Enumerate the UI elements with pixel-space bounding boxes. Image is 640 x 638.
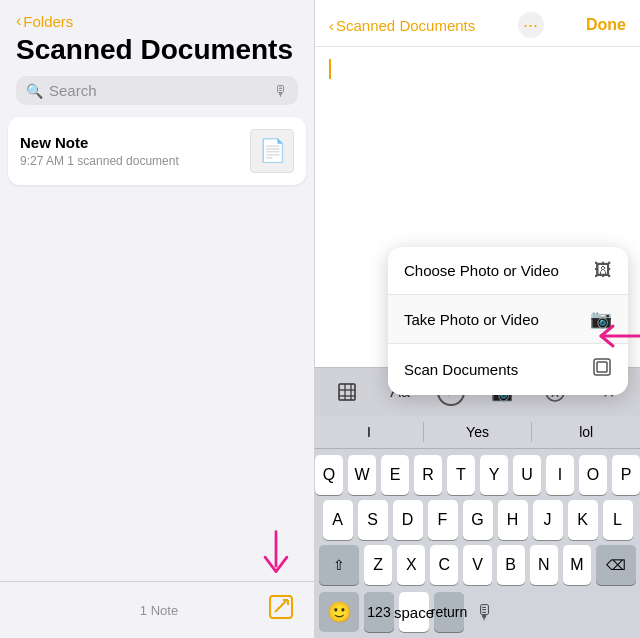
photo-icon: 🖼 xyxy=(594,260,612,281)
num-key[interactable]: 123 xyxy=(364,592,394,632)
suggestion-lol[interactable]: lol xyxy=(532,422,640,442)
bottom-row: 🙂 123 space return 🎙 xyxy=(315,592,640,638)
right-header: ‹ Scanned Documents ··· Done xyxy=(315,0,640,47)
return-key[interactable]: return xyxy=(434,592,464,632)
suggestions-row: I Yes lol xyxy=(315,416,640,449)
text-cursor xyxy=(329,59,331,79)
left-footer: 1 Note xyxy=(0,581,314,638)
popup-menu: Choose Photo or Video 🖼 Take Photo or Vi… xyxy=(388,247,628,395)
note-list: New Note 9:27 AM 1 scanned document 📄 xyxy=(0,117,314,185)
key-k[interactable]: K xyxy=(568,500,598,540)
pink-right-arrow xyxy=(593,322,640,354)
popup-item-take-photo[interactable]: Take Photo or Video 📷 xyxy=(388,295,628,344)
key-t[interactable]: T xyxy=(447,455,475,495)
key-r[interactable]: R xyxy=(414,455,442,495)
suggestion-i[interactable]: I xyxy=(315,422,424,442)
right-back-chevron-icon: ‹ xyxy=(329,17,334,34)
key-o[interactable]: O xyxy=(579,455,607,495)
key-x[interactable]: X xyxy=(397,545,425,585)
key-n[interactable]: N xyxy=(530,545,558,585)
left-panel: ‹ Folders Scanned Documents 🔍 Search 🎙 N… xyxy=(0,0,315,638)
back-chevron-icon: ‹ xyxy=(16,12,21,30)
done-button[interactable]: Done xyxy=(586,16,626,34)
note-count: 1 Note xyxy=(50,603,268,618)
key-e[interactable]: E xyxy=(381,455,409,495)
key-c[interactable]: C xyxy=(430,545,458,585)
svg-rect-6 xyxy=(339,384,355,400)
key-m[interactable]: M xyxy=(563,545,591,585)
popup-item-scan-docs[interactable]: Scan Documents xyxy=(388,344,628,395)
key-v[interactable]: V xyxy=(463,545,491,585)
right-panel: ‹ Scanned Documents ··· Done Choose Phot… xyxy=(315,0,640,638)
key-row-2: A S D F G H J K L xyxy=(319,500,636,540)
note-info: New Note 9:27 AM 1 scanned document xyxy=(20,134,179,168)
key-g[interactable]: G xyxy=(463,500,493,540)
key-z[interactable]: Z xyxy=(364,545,392,585)
key-row-1: Q W E R T Y U I O P xyxy=(319,455,636,495)
emoji-key[interactable]: 🙂 xyxy=(319,592,359,632)
pink-down-arrow xyxy=(256,528,296,578)
key-y[interactable]: Y xyxy=(480,455,508,495)
note-meta: 9:27 AM 1 scanned document xyxy=(20,154,179,168)
shift-key[interactable]: ⇧ xyxy=(319,545,359,585)
right-back-button[interactable]: ‹ Scanned Documents xyxy=(329,17,475,34)
key-i[interactable]: I xyxy=(546,455,574,495)
key-q[interactable]: Q xyxy=(315,455,343,495)
note-thumbnail: 📄 xyxy=(250,129,294,173)
note-item[interactable]: New Note 9:27 AM 1 scanned document 📄 xyxy=(8,117,306,185)
search-input[interactable]: Search xyxy=(49,82,267,99)
more-options-button[interactable]: ··· xyxy=(518,12,544,38)
search-icon: 🔍 xyxy=(26,83,43,99)
svg-rect-5 xyxy=(597,362,607,372)
key-w[interactable]: W xyxy=(348,455,376,495)
folders-back-button[interactable]: ‹ Folders xyxy=(16,12,298,30)
key-f[interactable]: F xyxy=(428,500,458,540)
suggestion-yes[interactable]: Yes xyxy=(424,422,533,442)
key-u[interactable]: U xyxy=(513,455,541,495)
note-title: New Note xyxy=(20,134,179,151)
delete-key[interactable]: ⌫ xyxy=(596,545,636,585)
key-a[interactable]: A xyxy=(323,500,353,540)
search-bar[interactable]: 🔍 Search 🎙 xyxy=(16,76,298,105)
table-button[interactable] xyxy=(331,376,363,408)
svg-line-1 xyxy=(275,601,286,612)
left-header: ‹ Folders Scanned Documents 🔍 Search 🎙 xyxy=(0,0,314,117)
mic-keyboard-icon[interactable]: 🎙 xyxy=(469,592,501,632)
scan-icon xyxy=(592,357,612,382)
key-p[interactable]: P xyxy=(612,455,640,495)
page-title: Scanned Documents xyxy=(16,34,298,66)
key-l[interactable]: L xyxy=(603,500,633,540)
key-s[interactable]: S xyxy=(358,500,388,540)
key-b[interactable]: B xyxy=(497,545,525,585)
key-j[interactable]: J xyxy=(533,500,563,540)
popup-item-choose-photo[interactable]: Choose Photo or Video 🖼 xyxy=(388,247,628,295)
key-d[interactable]: D xyxy=(393,500,423,540)
note-editor[interactable]: Choose Photo or Video 🖼 Take Photo or Vi… xyxy=(315,47,640,367)
keyboard-area: I Yes lol Q W E R T Y U I O P A S D xyxy=(315,416,640,638)
key-row-3: ⇧ Z X C V B N M ⌫ xyxy=(319,545,636,585)
keys-area: Q W E R T Y U I O P A S D F G H J K xyxy=(315,449,640,592)
space-key[interactable]: space xyxy=(399,592,429,632)
compose-button[interactable] xyxy=(268,594,294,626)
mic-icon[interactable]: 🎙 xyxy=(273,82,288,99)
key-h[interactable]: H xyxy=(498,500,528,540)
